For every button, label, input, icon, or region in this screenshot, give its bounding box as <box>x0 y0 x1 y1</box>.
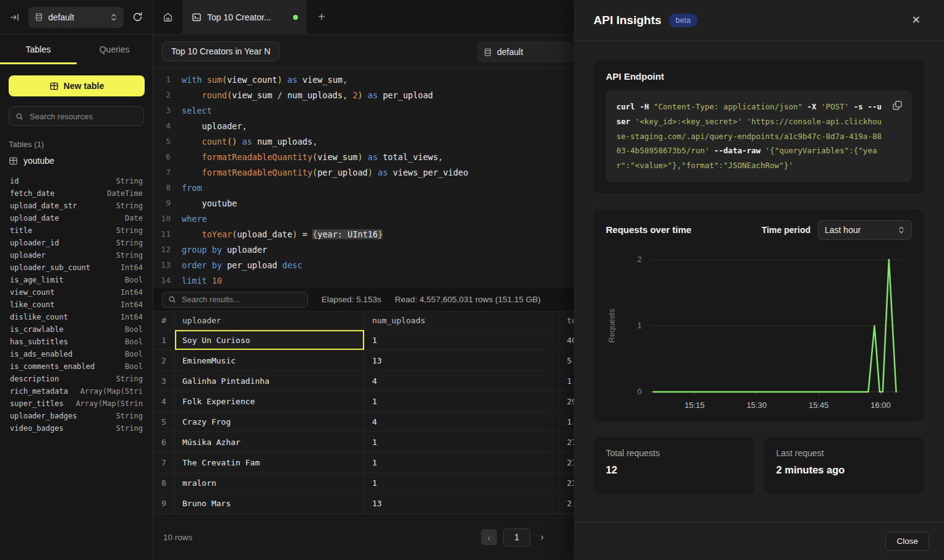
chevron-updown-icon <box>110 13 117 22</box>
beta-badge: beta <box>669 14 697 27</box>
table-cell[interactable]: 6 <box>153 432 175 452</box>
results-search-input[interactable] <box>181 294 302 305</box>
code-text: limit 10 <box>182 276 222 286</box>
table-cell[interactable]: 1 <box>365 473 559 493</box>
table-cell[interactable]: 13 <box>365 493 559 513</box>
line-number: 14 <box>153 276 182 285</box>
tab-tables[interactable]: Tables <box>0 35 77 64</box>
column-name: title <box>10 226 32 235</box>
line-number: 5 <box>153 137 182 146</box>
table-cell[interactable]: 1 <box>365 452 559 472</box>
next-page-button[interactable]: › <box>537 530 548 544</box>
column-name: like_count <box>10 300 54 309</box>
column-row: upload_dateDate <box>10 212 143 224</box>
column-type: Array(Map(Stri <box>80 387 143 396</box>
panel-close-button[interactable]: ✕ <box>908 13 924 27</box>
table-cell[interactable]: 1 <box>365 432 559 452</box>
new-tab-button[interactable]: + <box>307 0 336 34</box>
query-title-button[interactable]: Top 10 Creators in Year N <box>162 41 279 61</box>
refresh-icon <box>132 12 143 22</box>
query-tab[interactable]: Top 10 Creator... <box>183 0 307 34</box>
table-cell[interactable]: Folk Experience <box>175 391 365 411</box>
table-cell[interactable]: 2 <box>153 350 175 370</box>
sidebar-search-input[interactable] <box>28 111 137 122</box>
table-cell[interactable]: Galinha Pintadinha <box>175 371 365 391</box>
svg-text:0: 0 <box>637 388 642 396</box>
sidebar-item-youtube[interactable]: youtube <box>0 153 153 169</box>
column-row: is_crawlableBool <box>10 323 143 336</box>
table-cell[interactable]: 9 <box>153 493 175 513</box>
table-cell[interactable]: Crazy Frog <box>175 412 365 431</box>
table-grid-icon <box>9 156 18 166</box>
header-cell: num_uploads <box>365 312 559 329</box>
column-type: Bool <box>125 362 143 371</box>
column-name: has_subtitles <box>10 337 68 346</box>
tab-queries[interactable]: Queries <box>77 35 153 64</box>
query-database-select[interactable]: default <box>477 41 585 62</box>
requests-card: Requests over time Time period Last hour… <box>593 209 924 422</box>
table-cell[interactable]: 13 <box>365 350 559 370</box>
copy-button[interactable] <box>891 99 904 112</box>
column-name: uploader_badges <box>10 412 77 420</box>
new-table-button[interactable]: New table <box>9 75 145 96</box>
table-cell[interactable]: mralorn <box>175 473 365 493</box>
query-database-value: default <box>497 47 567 57</box>
column-type: Int64 <box>121 313 143 321</box>
table-cell[interactable]: Soy Un Curioso <box>175 330 365 350</box>
column-name: view_count <box>10 288 54 297</box>
curl-command: curl -H "Content-Type: application/json"… <box>616 100 885 173</box>
code-text: with sum(view_count) as view_sum, <box>182 75 347 85</box>
pagination: ‹ 1 › <box>481 528 548 546</box>
code-text: select <box>182 106 212 116</box>
table-cell[interactable]: 4 <box>153 391 175 411</box>
table-cell[interactable]: 4 <box>365 371 559 391</box>
column-row: dislike_countInt64 <box>10 311 143 323</box>
column-type: Bool <box>125 276 143 284</box>
close-panel-button[interactable]: Close <box>885 532 929 551</box>
table-cell[interactable]: Músika Azhar <box>175 432 365 452</box>
curl-codeblock: curl -H "Content-Type: application/json"… <box>606 90 912 182</box>
column-row: super_titlesArray(Map(Strin <box>10 397 143 410</box>
table-cell[interactable]: 1 <box>153 330 175 350</box>
panel-footer: Close <box>574 522 944 560</box>
sidebar-header: default <box>0 0 153 35</box>
table-cell[interactable]: The Crevatin Fam <box>175 452 365 472</box>
column-name: uploader_sub_count <box>10 263 90 272</box>
table-cell[interactable]: 3 <box>153 371 175 391</box>
panel-header: API Insights beta ✕ <box>574 0 944 41</box>
column-type: Int64 <box>121 263 143 272</box>
table-cell[interactable]: 5 <box>153 412 175 431</box>
time-period-select[interactable]: Last hour <box>818 220 912 240</box>
column-type: String <box>116 412 143 420</box>
line-number: 10 <box>153 214 182 223</box>
line-number: 1 <box>153 75 182 84</box>
code-text: order by per_upload desc <box>182 260 302 270</box>
column-row: titleString <box>10 224 143 237</box>
column-type: Int64 <box>121 300 143 309</box>
table-cell[interactable]: 4 <box>365 412 559 431</box>
results-search <box>162 292 308 308</box>
database-icon <box>483 48 492 57</box>
column-name: upload_date <box>10 214 59 223</box>
prev-page-button[interactable]: ‹ <box>481 529 497 545</box>
sidebar-database-select[interactable]: default <box>28 7 124 28</box>
collapse-sidebar-button[interactable] <box>7 10 22 25</box>
code-text: formatReadableQuantity(per_upload) as vi… <box>182 168 468 177</box>
column-row: uploader_sub_countInt64 <box>10 261 143 274</box>
home-button[interactable] <box>153 0 183 34</box>
api-endpoint-card: API Endpoint curl -H "Content-Type: appl… <box>593 60 924 193</box>
table-cell[interactable]: 7 <box>153 452 175 472</box>
total-requests-card: Total requests 12 <box>593 437 754 494</box>
refresh-button[interactable] <box>130 9 145 25</box>
table-cell[interactable]: 1 <box>365 330 559 350</box>
svg-text:15:45: 15:45 <box>809 401 829 410</box>
table-cell[interactable]: 8 <box>153 473 175 493</box>
line-number: 9 <box>153 198 182 208</box>
header-cell: uploader <box>175 312 365 329</box>
code-text: from <box>182 183 202 193</box>
table-cell[interactable]: 1 <box>365 391 559 411</box>
column-type: Date <box>125 214 143 223</box>
column-type: String <box>116 177 143 185</box>
table-cell[interactable]: EminemMusic <box>175 350 365 370</box>
table-cell[interactable]: Bruno Mars <box>175 493 365 513</box>
